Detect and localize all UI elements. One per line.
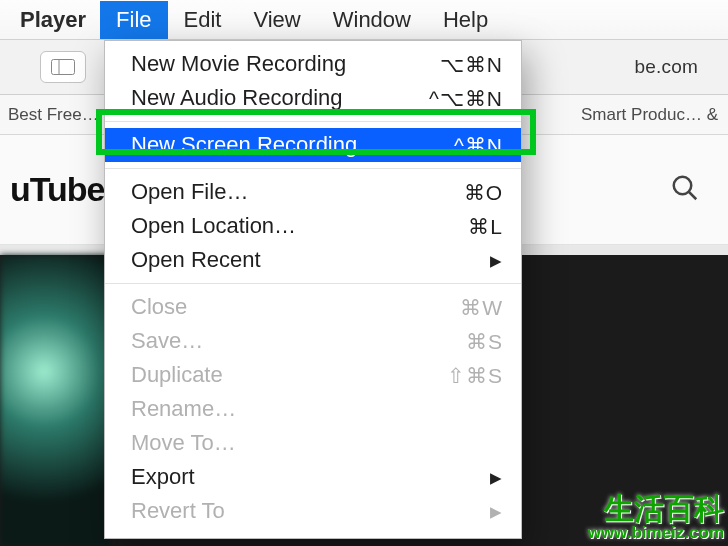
bookmark-item-right[interactable]: Smart Produc… & bbox=[581, 105, 718, 125]
menu-item-close: Close⌘W bbox=[105, 290, 521, 324]
menu-item-revert-to: Revert To▶ bbox=[105, 494, 521, 528]
menu-item-shortcut: ⌘O bbox=[464, 182, 503, 203]
submenu-arrow-icon: ▶ bbox=[490, 470, 503, 485]
menu-item-shortcut: ^⌥⌘N bbox=[429, 88, 503, 109]
menu-separator bbox=[105, 283, 521, 284]
bookmark-item-left[interactable]: Best Free… bbox=[8, 105, 99, 125]
menu-item-duplicate: Duplicate⇧⌘S bbox=[105, 358, 521, 392]
menu-item-open-recent[interactable]: Open Recent▶ bbox=[105, 243, 521, 277]
video-thumbnail bbox=[0, 255, 110, 546]
menu-item-label: Save… bbox=[131, 330, 466, 352]
menu-item-label: Open Recent bbox=[131, 249, 490, 271]
menubar-item-edit[interactable]: Edit bbox=[168, 1, 238, 39]
submenu-arrow-icon: ▶ bbox=[490, 253, 503, 268]
menu-item-new-screen-recording[interactable]: New Screen Recording^⌘N bbox=[105, 128, 521, 162]
menu-item-label: Export bbox=[131, 466, 490, 488]
menu-item-new-audio-recording[interactable]: New Audio Recording^⌥⌘N bbox=[105, 81, 521, 115]
menu-item-shortcut: ⇧⌘S bbox=[447, 365, 503, 386]
search-button[interactable] bbox=[670, 173, 700, 207]
search-icon bbox=[670, 189, 700, 206]
menu-item-open-file[interactable]: Open File…⌘O bbox=[105, 175, 521, 209]
menu-item-label: Duplicate bbox=[131, 364, 447, 386]
menubar: Player File Edit View Window Help bbox=[0, 0, 728, 40]
svg-line-3 bbox=[689, 191, 697, 199]
menu-item-label: Close bbox=[131, 296, 460, 318]
menu-item-rename: Rename… bbox=[105, 392, 521, 426]
watermark: 生活百科 www.bimeiz.com bbox=[588, 493, 724, 542]
menubar-item-help[interactable]: Help bbox=[427, 1, 504, 39]
menu-item-label: Rename… bbox=[131, 398, 503, 420]
menu-item-shortcut: ⌘L bbox=[468, 216, 503, 237]
svg-rect-0 bbox=[52, 60, 75, 75]
youtube-logo-fragment: uTube bbox=[10, 170, 104, 209]
menu-item-open-location[interactable]: Open Location…⌘L bbox=[105, 209, 521, 243]
menu-item-export[interactable]: Export▶ bbox=[105, 460, 521, 494]
menu-item-label: Move To… bbox=[131, 432, 503, 454]
menu-item-shortcut: ⌘S bbox=[466, 331, 503, 352]
file-menu: New Movie Recording⌥⌘NNew Audio Recordin… bbox=[104, 40, 522, 539]
menu-item-shortcut: ^⌘N bbox=[454, 135, 503, 156]
menubar-app-name[interactable]: Player bbox=[6, 1, 100, 39]
sidebar-toggle-button[interactable] bbox=[40, 51, 86, 83]
menubar-item-view[interactable]: View bbox=[237, 1, 316, 39]
menu-item-move-to: Move To… bbox=[105, 426, 521, 460]
menu-item-label: Revert To bbox=[131, 500, 490, 522]
menu-item-label: New Screen Recording bbox=[131, 134, 454, 156]
menu-item-save: Save…⌘S bbox=[105, 324, 521, 358]
menu-item-label: Open Location… bbox=[131, 215, 468, 237]
menu-item-new-movie-recording[interactable]: New Movie Recording⌥⌘N bbox=[105, 47, 521, 81]
watermark-url: www.bimeiz.com bbox=[588, 524, 724, 542]
menu-item-label: New Audio Recording bbox=[131, 87, 429, 109]
menu-item-label: Open File… bbox=[131, 181, 464, 203]
address-fragment: be.com bbox=[634, 56, 698, 78]
submenu-arrow-icon: ▶ bbox=[490, 504, 503, 519]
menubar-item-window[interactable]: Window bbox=[317, 1, 427, 39]
menu-item-shortcut: ⌥⌘N bbox=[440, 54, 503, 75]
svg-point-2 bbox=[674, 176, 692, 194]
menu-separator bbox=[105, 121, 521, 122]
menu-item-shortcut: ⌘W bbox=[460, 297, 503, 318]
menubar-item-file[interactable]: File bbox=[100, 1, 167, 39]
menu-separator bbox=[105, 168, 521, 169]
menu-item-label: New Movie Recording bbox=[131, 53, 440, 75]
watermark-cn: 生活百科 bbox=[588, 493, 724, 525]
